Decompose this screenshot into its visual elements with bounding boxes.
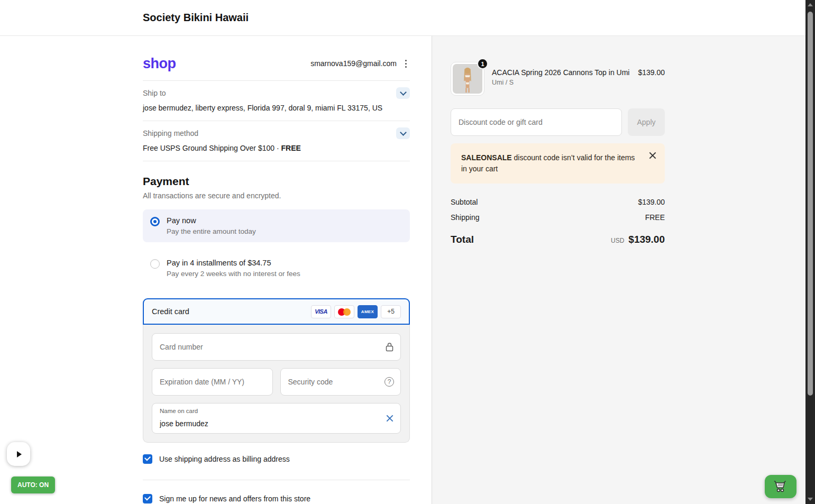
- newsletter-checkbox-label: Sign me up for news and offers from this…: [159, 494, 310, 503]
- divider: [143, 480, 410, 480]
- credit-card-label: Credit card: [152, 307, 189, 316]
- shipping-method-section: Shipping method Free USPS Ground Shippin…: [143, 121, 410, 161]
- checkout-form-column: shop smarnova159@gmail.com Ship to jose …: [0, 36, 432, 504]
- discount-code-input[interactable]: [451, 109, 621, 135]
- window-scrollbar[interactable]: [805, 0, 815, 504]
- total-row: Total USD $139.00: [451, 234, 665, 245]
- shipping-method-price: FREE: [281, 144, 300, 152]
- subtotal-row: Subtotal $139.00: [451, 198, 665, 206]
- product-name: ACACIA Spring 2026 Cannons Top in Umi: [492, 68, 629, 77]
- shipping-row: Shipping FREE: [451, 213, 665, 222]
- shipping-method-label: Shipping method: [143, 129, 198, 138]
- pay-now-option[interactable]: Pay now Pay the entire amount today: [143, 209, 410, 242]
- card-number-input[interactable]: [152, 334, 400, 360]
- credit-card-header[interactable]: Credit card VISA AMEX +5: [143, 298, 410, 325]
- play-icon: [17, 451, 22, 457]
- checkbox-checked-icon[interactable]: [143, 494, 152, 503]
- shipping-method-text: Free USPS Ground Shipping Over $100 ·: [143, 144, 281, 152]
- installments-description: Pay every 2 weeks with no interest or fe…: [167, 270, 300, 278]
- card-number-field-wrap: [152, 333, 401, 361]
- cart-icon: [774, 480, 787, 493]
- name-on-card-label: Name on card: [160, 408, 198, 414]
- mastercard-icon: [334, 305, 354, 318]
- chevron-down-icon[interactable]: [396, 127, 410, 139]
- total-label: Total: [451, 234, 474, 245]
- card-brand-badges: VISA AMEX +5: [311, 305, 401, 318]
- subtotal-label: Subtotal: [451, 198, 478, 206]
- checkbox-checked-icon[interactable]: [143, 454, 152, 464]
- subtotal-value: $139.00: [638, 198, 665, 206]
- scroll-down-icon[interactable]: [808, 498, 813, 501]
- header: Society Bikini Hawaii: [0, 0, 805, 36]
- security-code-field-wrap: ?: [280, 368, 401, 396]
- visa-icon: VISA: [311, 305, 331, 318]
- billing-address-checkbox-row[interactable]: Use shipping address as billing address: [143, 454, 410, 464]
- expiration-date-input[interactable]: [152, 369, 272, 395]
- pay-now-description: Pay the entire amount today: [167, 227, 256, 235]
- shipping-value: FREE: [645, 213, 665, 222]
- close-icon[interactable]: [649, 152, 656, 159]
- scrollbar-thumb[interactable]: [808, 12, 813, 396]
- chevron-down-icon[interactable]: [396, 87, 410, 99]
- shipping-method-value: Free USPS Ground Shipping Over $100 · FR…: [143, 144, 410, 152]
- account-email: smarnova159@gmail.com: [310, 59, 397, 68]
- newsletter-checkbox-row[interactable]: Sign me up for news and offers from this…: [143, 494, 410, 503]
- installments-option[interactable]: Pay in 4 installments of $34.75 Pay ever…: [143, 252, 410, 285]
- discount-error-banner: SALEONSALE discount code isn’t valid for…: [451, 143, 665, 184]
- discount-row: Apply: [451, 108, 665, 136]
- auto-toggle-badge[interactable]: AUTO: ON: [11, 476, 55, 493]
- ship-to-label: Ship to: [143, 89, 166, 97]
- kebab-menu-icon[interactable]: [402, 58, 410, 70]
- product-variant: Umi / S: [492, 79, 665, 86]
- security-code-input[interactable]: [281, 369, 401, 395]
- more-cards-badge: +5: [381, 305, 401, 318]
- radio-selected-icon[interactable]: [150, 217, 160, 226]
- play-button[interactable]: [7, 442, 30, 466]
- cart-button[interactable]: [765, 475, 796, 498]
- pay-now-label: Pay now: [167, 216, 256, 225]
- installments-label: Pay in 4 installments of $34.75: [167, 259, 300, 267]
- scroll-up-icon[interactable]: [808, 3, 813, 6]
- shop-pay-logo: shop: [143, 57, 176, 71]
- billing-checkbox-label: Use shipping address as billing address: [159, 455, 290, 463]
- store-name: Society Bikini Hawaii: [143, 12, 249, 24]
- shop-account-row: shop smarnova159@gmail.com: [143, 55, 410, 72]
- expiry-field-wrap: [152, 368, 273, 396]
- shipping-label: Shipping: [451, 213, 480, 222]
- discount-field-wrap: [451, 108, 622, 136]
- quantity-badge: 1: [477, 58, 488, 69]
- ship-to-section: Ship to jose bermudez, liberty express, …: [143, 81, 410, 121]
- ship-to-address: jose bermudez, liberty express, Florida …: [143, 104, 410, 112]
- product-price: $139.00: [638, 68, 665, 77]
- clear-icon[interactable]: [386, 414, 394, 423]
- radio-unselected-icon[interactable]: [150, 259, 160, 269]
- lock-icon: [385, 342, 394, 352]
- total-amount: $139.00: [628, 234, 665, 245]
- payment-subtitle: All transactions are secure and encrypte…: [143, 191, 410, 200]
- currency-code: USD: [611, 237, 624, 244]
- order-summary-column: 1 ACACIA Spring 2026 Cannons Top in Umi …: [432, 36, 805, 504]
- cart-item: 1 ACACIA Spring 2026 Cannons Top in Umi …: [451, 62, 665, 96]
- apply-button[interactable]: Apply: [628, 108, 665, 136]
- checkout-page: Society Bikini Hawaii shop smarnova159@g…: [0, 0, 815, 504]
- amex-icon: AMEX: [358, 305, 378, 318]
- help-icon[interactable]: ?: [384, 377, 394, 387]
- discount-error-code: SALEONSALE: [461, 153, 512, 162]
- credit-card-section: Credit card VISA AMEX +5: [143, 298, 410, 443]
- credit-card-form: ? Name on card: [143, 325, 410, 443]
- name-on-card-field-wrap: Name on card: [152, 403, 401, 434]
- divider: [143, 161, 410, 161]
- payment-heading: Payment: [143, 175, 410, 188]
